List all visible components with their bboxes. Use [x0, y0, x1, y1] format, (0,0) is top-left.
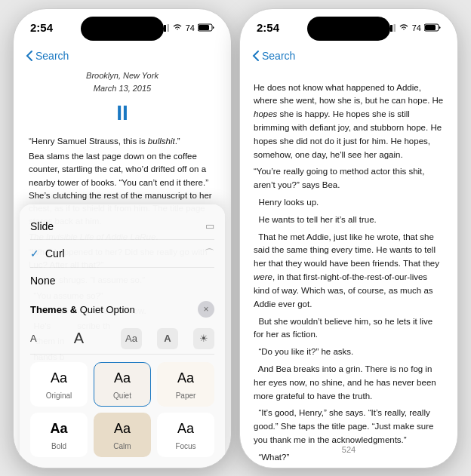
- dynamic-island: [81, 17, 164, 41]
- theme-original[interactable]: Aa Original: [30, 362, 88, 407]
- brightness-icon[interactable]: ☀: [193, 328, 214, 349]
- dynamic-island-right: [307, 17, 390, 41]
- book-location: Brooklyn, New York March 13, 2015: [29, 69, 216, 95]
- slide-option-slide[interactable]: Slide ▭: [30, 213, 214, 240]
- status-icons-left: 74: [157, 23, 214, 32]
- book-header: Brooklyn, New York March 13, 2015 II: [29, 69, 216, 129]
- font-bold-icon[interactable]: A: [157, 328, 178, 349]
- left-phone: 2:54 74: [13, 8, 232, 468]
- curl-checkmark: ✓: [30, 247, 39, 259]
- svg-rect-5: [199, 25, 209, 30]
- svg-rect-3: [167, 24, 169, 32]
- page-number: 524: [240, 445, 457, 454]
- font-size-small-label[interactable]: A: [30, 333, 37, 344]
- font-size-large-label[interactable]: A: [74, 330, 84, 347]
- theme-bold[interactable]: Aa Bold: [30, 413, 88, 457]
- phones-container: 2:54 74: [5, 1, 466, 476]
- font-icons: Aa A ☀: [121, 328, 214, 349]
- battery-left: 74: [186, 23, 195, 32]
- theme-focus[interactable]: Aa Focus: [157, 413, 214, 457]
- wifi-icon-right: [399, 24, 409, 32]
- back-button-right[interactable]: Search: [252, 50, 295, 62]
- theme-calm[interactable]: Aa Calm: [94, 413, 151, 457]
- battery-right: 74: [412, 23, 421, 32]
- chapter-number: II: [29, 97, 216, 129]
- svg-rect-8: [390, 25, 392, 32]
- slide-icon: ▭: [205, 220, 214, 232]
- status-icons-right: 74: [383, 23, 441, 32]
- back-button-left[interactable]: Search: [26, 50, 69, 62]
- svg-rect-9: [393, 24, 396, 32]
- overlay-panel: Slide ▭ ✓ Curl ⌒ None: [14, 204, 231, 468]
- battery-icon-left: [198, 23, 214, 32]
- time-left: 2:54: [30, 21, 53, 34]
- theme-paper[interactable]: Aa Paper: [157, 362, 214, 407]
- wifi-icon: [172, 24, 183, 32]
- book-content-right: He does not know what happened to Addie,…: [240, 69, 457, 462]
- battery-icon-right: [424, 23, 441, 32]
- curl-icon: ⌒: [205, 247, 214, 260]
- font-style-icon[interactable]: Aa: [121, 328, 142, 349]
- chevron-left-icon-right: [252, 50, 260, 62]
- theme-quiet[interactable]: Aa Quiet: [94, 362, 151, 407]
- slide-options: Slide ▭ ✓ Curl ⌒ None: [30, 213, 214, 293]
- svg-rect-11: [425, 25, 436, 30]
- nav-bar-right: Search: [240, 42, 457, 69]
- quiet-option-label: Quiet Option: [80, 304, 135, 315]
- theme-grid: Aa Original Aa Quiet Aa Paper Aa Bold: [30, 362, 214, 457]
- time-right: 2:54: [257, 21, 279, 34]
- close-button[interactable]: ×: [198, 301, 214, 318]
- themes-title: Themes &: [30, 304, 80, 315]
- right-phone: 2:54 74: [239, 8, 458, 468]
- slide-option-none[interactable]: None: [30, 268, 214, 293]
- themes-header: Themes & Quiet Option ×: [30, 301, 214, 318]
- slide-option-curl[interactable]: ✓ Curl ⌒: [30, 240, 214, 268]
- chevron-left-icon: [26, 50, 33, 62]
- nav-bar-left: Search: [14, 42, 231, 69]
- svg-rect-2: [164, 25, 166, 32]
- font-controls: A A Aa A ☀: [30, 324, 214, 355]
- slide-menu: Slide ▭ ✓ Curl ⌒ None: [20, 204, 225, 468]
